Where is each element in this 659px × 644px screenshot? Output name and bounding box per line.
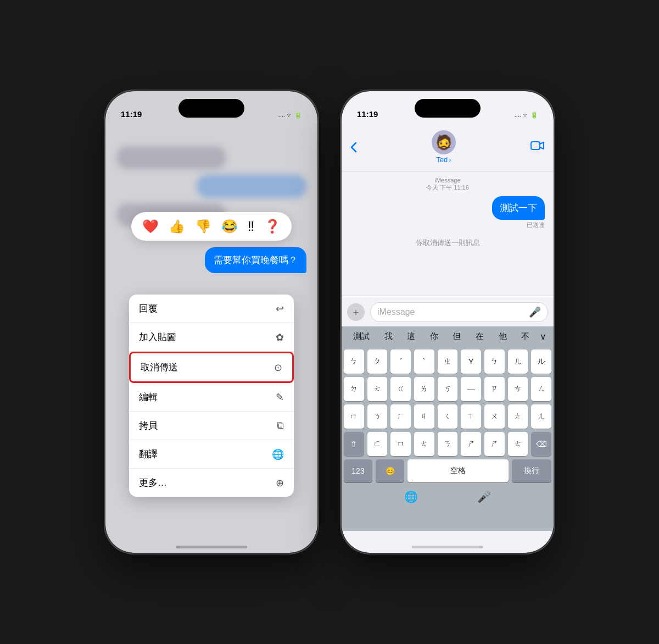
pred-word-3[interactable]: 你 xyxy=(426,329,443,344)
pred-word-7[interactable]: 不 xyxy=(517,329,534,344)
kb-key-x[interactable]: ㄏ xyxy=(390,404,411,429)
more-icon: ⊕ xyxy=(276,477,284,489)
kb-key-p[interactable]: ㄆ xyxy=(367,349,388,374)
recall-notice: 你取消傳送一則訊息 xyxy=(350,238,545,248)
kb-row-3: ㄇ ㄋ ㄏ ㄐ ㄑ ㄒ ㄨ ㄤ ㄦ xyxy=(342,401,554,429)
kb-key-k[interactable]: ㄎ xyxy=(438,377,458,401)
reaction-bar[interactable]: ❤️ 👍 👎 😂 ‼️ ❓ xyxy=(131,212,292,241)
bg-bubble-2 xyxy=(197,175,306,198)
reaction-laugh[interactable]: 😂 xyxy=(221,219,238,234)
pred-word-6[interactable]: 他 xyxy=(494,329,511,344)
kb-key-l[interactable]: ㄌ xyxy=(414,377,434,401)
translate-icon: 🌐 xyxy=(272,448,284,460)
status-icons-right: .... ᯤ 🔋 xyxy=(515,112,538,119)
kb-space-bar[interactable]: 空格 xyxy=(407,459,509,482)
kb-key-d[interactable]: ㄉ xyxy=(344,377,364,401)
kb-row-2: ㄉ ㄊ ㄍ ㄌ ㄎ — ㄗ ㄘ ㄙ xyxy=(342,374,554,401)
kb-key-tt[interactable]: ㄊ xyxy=(414,432,434,456)
status-time-left: 11:19 xyxy=(121,109,142,119)
menu-item-edit[interactable]: 編輯 ✎ xyxy=(129,383,294,412)
kb-key-er[interactable]: ㄦ xyxy=(531,404,551,429)
input-bar: ＋ iMessage 🎤 xyxy=(342,296,554,327)
kb-key-ts[interactable]: ㄗ xyxy=(484,377,505,401)
menu-item-sticker[interactable]: 加入貼圖 ✿ xyxy=(129,323,294,352)
menu-item-more[interactable]: 更多… ⊕ xyxy=(129,469,294,497)
kb-key-n4[interactable]: ㄋ xyxy=(367,404,388,429)
kb-key-x2[interactable]: ㄨ xyxy=(484,404,505,429)
nav-center[interactable]: 🧔 Ted › xyxy=(432,130,456,164)
kb-key-dash[interactable]: — xyxy=(461,377,481,401)
kb-key-sh[interactable]: ㄕ xyxy=(461,432,481,456)
avatar: 🧔 xyxy=(432,130,456,154)
pred-word-0[interactable]: 測試 xyxy=(349,329,374,344)
reaction-exclaim[interactable]: ‼️ xyxy=(248,219,254,234)
left-phone: 11:19 .... ᯤ 🔋 ❤️ 👍 👎 😂 ‼️ ❓ 需要幫你買晚餐嗎？ xyxy=(104,90,319,554)
globe-icon[interactable]: 🌐 xyxy=(404,490,418,503)
contact-name: Ted › xyxy=(436,156,451,164)
kb-key-tt2[interactable]: ㄊ xyxy=(508,432,528,456)
nav-bar: 🧔 Ted › xyxy=(342,123,554,171)
kb-key-tone1[interactable]: ˊ xyxy=(390,349,411,374)
video-call-button[interactable] xyxy=(530,140,545,154)
kb-key-delete[interactable]: ⌫ xyxy=(531,432,551,456)
kb-key-xu[interactable]: ㄕ xyxy=(484,432,505,456)
sticker-icon: ✿ xyxy=(276,331,284,343)
kb-key-nl[interactable]: ㄋ xyxy=(438,432,458,456)
home-indicator-left xyxy=(176,546,247,548)
kb-key-tone2[interactable]: ˋ xyxy=(414,349,434,374)
kb-key-mu[interactable]: ㄇ xyxy=(390,432,411,456)
kb-home-row: 🌐 🎤 xyxy=(342,486,554,508)
dynamic-island-right xyxy=(415,99,481,118)
kb-num-button[interactable]: 123 xyxy=(344,459,372,482)
kb-key-ang[interactable]: ㄤ xyxy=(508,404,528,429)
status-icons-left: .... ᯤ 🔋 xyxy=(278,112,302,119)
kb-emoji-button[interactable]: 😊 xyxy=(376,459,404,482)
context-menu: 回覆 ↩ 加入貼圖 ✿ 取消傳送 ⊙ 編輯 ✎ 拷貝 ⧉ 翻譯 🌐 xyxy=(129,295,294,497)
pred-word-5[interactable]: 在 xyxy=(471,329,488,344)
kb-key-r1[interactable]: ㄦ xyxy=(508,349,528,374)
kb-key-xi[interactable]: ㄒ xyxy=(461,404,481,429)
kb-key-ru[interactable]: ル xyxy=(531,349,551,374)
copy-icon: ⧉ xyxy=(277,420,284,431)
reply-icon: ↩ xyxy=(276,303,284,315)
reaction-thumbup[interactable]: 👍 xyxy=(169,219,185,234)
kb-key-j[interactable]: ㄐ xyxy=(414,404,434,429)
menu-item-translate[interactable]: 翻譯 🌐 xyxy=(129,440,294,469)
reaction-thumbdown[interactable]: 👎 xyxy=(195,219,211,234)
right-screen: 11:19 .... ᯤ 🔋 🧔 Ted › xyxy=(342,91,554,553)
kb-return-button[interactable]: 換行 xyxy=(512,459,551,482)
kb-row-4: ⇧ ㄈ ㄇ ㄊ ㄋ ㄕ ㄕ ㄊ ⌫ xyxy=(342,429,554,456)
reaction-heart[interactable]: ❤️ xyxy=(142,219,159,234)
pred-word-1[interactable]: 我 xyxy=(380,329,397,344)
reaction-question[interactable]: ❓ xyxy=(264,219,281,234)
pred-word-2[interactable]: 這 xyxy=(403,329,420,344)
kb-key-z2[interactable]: ㄅ xyxy=(484,349,505,374)
sent-message-container: 測試一下 已送達 xyxy=(350,196,545,229)
right-phone: 11:19 .... ᯤ 🔋 🧔 Ted › xyxy=(340,90,555,554)
message-input[interactable]: iMessage 🎤 xyxy=(370,302,548,322)
kb-key-shift[interactable]: ⇧ xyxy=(344,432,364,456)
back-button[interactable] xyxy=(350,142,357,153)
pred-chevron[interactable]: ∨ xyxy=(540,331,546,342)
menu-item-copy[interactable]: 拷貝 ⧉ xyxy=(129,412,294,440)
chat-date: iMessage 今天 下午 11:16 xyxy=(350,177,545,192)
kb-key-t[interactable]: ㄊ xyxy=(367,377,388,401)
kb-key-q[interactable]: ㄑ xyxy=(438,404,458,429)
kb-key-s2[interactable]: ㄙ xyxy=(531,377,551,401)
kb-key-zh[interactable]: ㄓ xyxy=(438,349,458,374)
kb-key-kk[interactable]: ㄍ xyxy=(390,377,411,401)
menu-item-unsend[interactable]: 取消傳送 ⊙ xyxy=(129,352,294,383)
mic-icon: 🎤 xyxy=(529,306,541,318)
kb-key-y[interactable]: Y xyxy=(461,349,481,374)
kb-key-n2[interactable]: ㄘ xyxy=(508,377,528,401)
pred-word-4[interactable]: 但 xyxy=(448,329,465,344)
menu-item-reply[interactable]: 回覆 ↩ xyxy=(129,295,294,323)
status-time-right: 11:19 xyxy=(357,109,378,119)
add-button[interactable]: ＋ xyxy=(347,303,365,321)
kb-key-n3[interactable]: ㄇ xyxy=(344,404,364,429)
kb-key-b[interactable]: ㄅ xyxy=(344,349,364,374)
kb-mic-icon[interactable]: 🎤 xyxy=(477,490,491,503)
home-indicator-right xyxy=(412,546,483,548)
kb-bottom-row: 123 😊 空格 換行 xyxy=(342,456,554,486)
kb-key-fa[interactable]: ㄈ xyxy=(367,432,388,456)
